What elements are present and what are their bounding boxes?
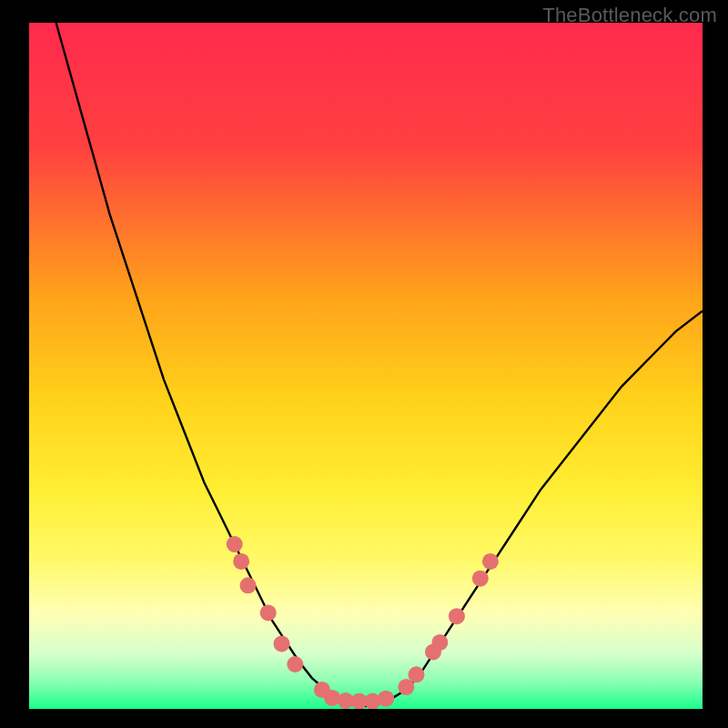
data-marker (240, 577, 257, 593)
data-marker (449, 608, 465, 624)
data-marker (233, 553, 249, 570)
bottleneck-chart (29, 23, 703, 709)
plot-area (29, 23, 703, 709)
data-marker (287, 656, 303, 672)
data-marker (378, 691, 394, 707)
data-marker (227, 536, 243, 552)
data-marker (482, 553, 499, 570)
data-marker (260, 604, 277, 621)
gradient-background (29, 23, 703, 709)
data-marker (324, 690, 340, 706)
data-marker (431, 634, 448, 651)
data-marker (472, 571, 489, 587)
chart-frame: TheBottleneck.com (0, 0, 728, 728)
data-marker (409, 666, 425, 682)
data-marker (274, 635, 290, 652)
